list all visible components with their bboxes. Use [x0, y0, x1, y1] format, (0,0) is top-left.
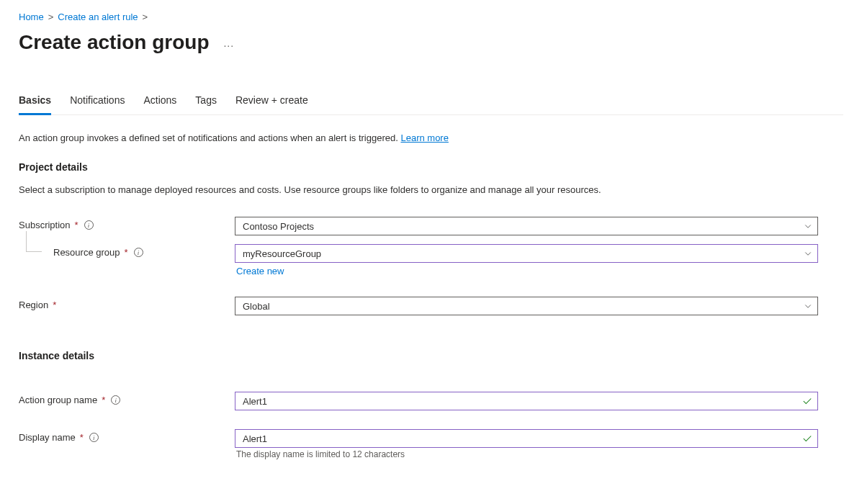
- required-asterisk: *: [80, 432, 84, 443]
- action-group-label-text: Action group name: [19, 395, 97, 405]
- action-group-name-label: Action group name * i: [19, 392, 235, 405]
- breadcrumb-sep: >: [48, 12, 54, 22]
- action-group-name-field: [235, 392, 818, 410]
- resource-group-field: myResourceGroup: [235, 244, 818, 263]
- subscription-label: Subscription * i: [19, 217, 235, 230]
- info-icon[interactable]: i: [134, 248, 143, 257]
- description-text: An action group invokes a defined set of…: [19, 132, 400, 143]
- action-group-input-wrapper: [235, 392, 818, 410]
- resource-group-row: Resource group * i myResourceGroup: [19, 244, 843, 263]
- action-group-name-row: Action group name * i: [19, 392, 843, 410]
- tabs: Basics Notifications Actions Tags Review…: [19, 94, 843, 115]
- subscription-select-wrapper: Contoso Projects: [235, 217, 818, 235]
- display-name-input[interactable]: [235, 429, 818, 448]
- subscription-value: Contoso Projects: [243, 221, 314, 232]
- page-title: Create action group: [19, 31, 209, 54]
- region-field: Global: [235, 297, 818, 315]
- action-group-name-input[interactable]: [235, 392, 818, 410]
- info-icon[interactable]: i: [111, 395, 120, 405]
- resource-group-select[interactable]: myResourceGroup: [235, 244, 818, 263]
- instance-details-title: Instance details: [19, 350, 843, 361]
- display-name-label: Display name * i: [19, 429, 235, 443]
- required-asterisk: *: [102, 395, 105, 405]
- display-name-field: [235, 429, 818, 448]
- subscription-row: Subscription * i Contoso Projects: [19, 217, 843, 235]
- display-name-label-text: Display name: [19, 432, 76, 443]
- region-label-text: Region: [19, 300, 48, 310]
- required-asterisk: *: [125, 247, 128, 258]
- page-title-row: Create action group ···: [19, 31, 843, 54]
- region-label: Region *: [19, 297, 235, 310]
- tab-tags[interactable]: Tags: [195, 94, 217, 115]
- tab-basics[interactable]: Basics: [19, 94, 51, 115]
- region-select-wrapper: Global: [235, 297, 818, 315]
- region-row: Region * Global: [19, 297, 843, 315]
- learn-more-link[interactable]: Learn more: [400, 132, 448, 143]
- resource-group-label-text: Resource group: [53, 247, 120, 258]
- create-new-row: Create new: [235, 266, 843, 276]
- required-asterisk: *: [53, 300, 56, 310]
- more-icon[interactable]: ···: [223, 34, 234, 51]
- tab-actions[interactable]: Actions: [143, 94, 176, 115]
- info-icon[interactable]: i: [89, 433, 99, 442]
- create-new-link[interactable]: Create new: [236, 266, 284, 276]
- tab-notifications[interactable]: Notifications: [70, 94, 125, 115]
- display-name-hint: The display name is limited to 12 charac…: [235, 449, 843, 459]
- subscription-label-text: Subscription: [19, 220, 71, 230]
- display-name-input-wrapper: [235, 429, 818, 448]
- project-details-title: Project details: [19, 161, 843, 173]
- breadcrumb-sep: >: [143, 12, 148, 22]
- tab-review[interactable]: Review + create: [235, 94, 308, 115]
- breadcrumb-home[interactable]: Home: [19, 12, 44, 22]
- subscription-field: Contoso Projects: [235, 217, 818, 235]
- breadcrumb: Home > Create an alert rule >: [19, 12, 843, 22]
- resource-group-select-wrapper: myResourceGroup: [235, 244, 818, 263]
- info-icon[interactable]: i: [84, 220, 94, 230]
- resource-group-value: myResourceGroup: [243, 248, 321, 259]
- subscription-select[interactable]: Contoso Projects: [235, 217, 818, 235]
- region-select[interactable]: Global: [235, 297, 818, 315]
- project-details-text: Select a subscription to manage deployed…: [19, 183, 843, 197]
- resource-group-label: Resource group * i: [19, 244, 235, 258]
- required-asterisk: *: [75, 220, 78, 230]
- description: An action group invokes a defined set of…: [19, 131, 843, 145]
- display-name-row: Display name * i: [19, 429, 843, 448]
- region-value: Global: [243, 301, 270, 312]
- breadcrumb-create-alert[interactable]: Create an alert rule: [58, 12, 138, 22]
